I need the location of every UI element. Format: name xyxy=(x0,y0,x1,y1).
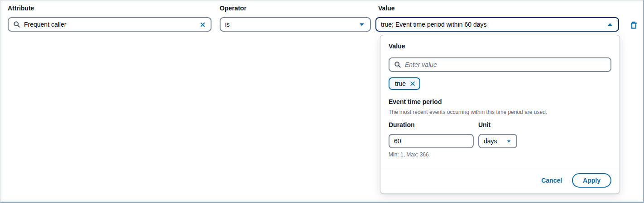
value-label: Value xyxy=(378,5,395,12)
duration-field[interactable] xyxy=(389,134,474,148)
duration-constraint-text: Min: 1, Max: 366 xyxy=(389,151,429,158)
attribute-search-input[interactable] xyxy=(24,21,199,28)
unit-selected-value: days xyxy=(484,137,497,145)
caret-up-icon xyxy=(606,21,614,28)
value-editor-popover: Value true Event time period The most re… xyxy=(380,35,620,194)
duration-input[interactable] xyxy=(394,137,468,145)
clear-attribute-button[interactable] xyxy=(199,21,206,28)
operator-select[interactable]: is xyxy=(220,17,371,32)
popover-footer: Cancel Apply xyxy=(380,167,620,194)
filter-builder-region: Attribute Operator is Value true; Event … xyxy=(0,0,644,203)
duration-label: Duration xyxy=(389,121,415,128)
cancel-button[interactable]: Cancel xyxy=(541,177,562,184)
panel-value-label: Value xyxy=(389,42,405,50)
apply-button[interactable]: Apply xyxy=(572,173,611,188)
unit-label: Unit xyxy=(478,121,490,128)
value-filter-field[interactable] xyxy=(389,57,611,72)
event-time-period-heading: Event time period xyxy=(389,98,442,105)
search-icon xyxy=(394,61,401,68)
close-icon xyxy=(199,21,206,28)
attribute-search-field[interactable] xyxy=(8,17,211,32)
unit-select[interactable]: days xyxy=(478,134,517,148)
operator-label: Operator xyxy=(220,5,246,12)
search-icon xyxy=(13,21,20,28)
value-select-trigger[interactable]: true; Event time period within 60 days xyxy=(375,17,619,32)
dismiss-icon xyxy=(409,80,416,87)
caret-down-icon xyxy=(358,21,365,28)
remove-filter-button[interactable] xyxy=(628,19,639,31)
remove-token-button[interactable] xyxy=(409,80,416,87)
value-selected-summary: true; Event time period within 60 days xyxy=(381,21,486,28)
caret-down-icon xyxy=(506,138,512,144)
trash-icon xyxy=(630,21,638,29)
value-token-label: true xyxy=(395,80,406,87)
attribute-label: Attribute xyxy=(8,5,34,12)
value-filter-input[interactable] xyxy=(405,61,606,68)
operator-selected-value: is xyxy=(225,21,230,28)
value-token: true xyxy=(389,77,420,90)
event-time-period-description: The most recent events occurring within … xyxy=(389,109,611,115)
